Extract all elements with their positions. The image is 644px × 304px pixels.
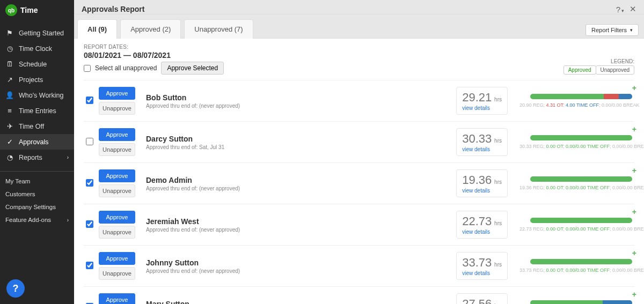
report-header: REPORT DATES: 08/01/2021 — 08/07/2021 Se… [84,44,634,80]
breakdown: 20.90 REG; 4.31 OT; 4.00 TIME OFF; 0.00/… [519,102,632,108]
select-all-label: Select all unapproved [95,64,157,72]
person-name: Jeremiah West [146,217,451,226]
help-fab[interactable]: ? [6,279,25,298]
nav-label: Getting Started [19,29,64,37]
sidebar: qb Time ⚑Getting Started◷Time Clock🗓Sche… [0,0,74,304]
subnav-label: Customers [5,191,35,197]
nav-item-time-clock[interactable]: ◷Time Clock [0,41,74,56]
hours-value: 22.73 [462,214,492,228]
bar-segment [603,300,632,304]
help-icon[interactable]: ? [616,5,624,14]
expand-icon[interactable]: + [632,207,636,216]
tab-unapproved[interactable]: Unapproved (7) [184,19,253,39]
subnav-label: My Team [5,178,30,184]
approval-row: Approve Unapprove Demo Admin Approved th… [84,163,634,204]
nav-item-getting-started[interactable]: ⚑Getting Started [0,25,74,41]
row-checkbox[interactable] [86,138,93,145]
approve-button[interactable]: Approve [99,169,135,182]
hours-value: 33.73 [462,256,492,270]
legend: LEGEND: ApprovedUnapproved [564,58,634,75]
subnav-item-feature-add-ons[interactable]: Feature Add-ons› [0,213,74,226]
close-icon[interactable]: ✕ [630,4,636,14]
subnav-label: Company Settings [5,204,56,210]
nav-item-projects[interactable]: ↗Projects [0,72,74,87]
nav-item-time-entries[interactable]: ≡Time Entries [0,103,74,118]
person-sub: Approved thru end of: (never approved) [146,227,451,233]
nav-icon: ✓ [5,138,14,146]
hours-unit: hrs [493,220,502,226]
row-checkbox[interactable] [86,97,93,104]
approve-button[interactable]: Approve [99,87,135,100]
tab-all[interactable]: All (9) [77,19,117,39]
expand-icon[interactable]: + [632,125,636,134]
expand-icon[interactable]: + [632,249,636,257]
row-checkbox[interactable] [86,179,93,187]
select-all-checkbox[interactable] [84,65,91,72]
view-details-link[interactable]: view details [462,188,502,194]
bar-segment [604,94,619,99]
subnav-item-company-settings[interactable]: Company Settings [0,201,74,213]
bar-segment [530,259,632,264]
view-details-link[interactable]: view details [462,146,502,152]
row-checkbox[interactable] [86,262,93,269]
expand-icon[interactable]: + [632,290,636,299]
expand-icon[interactable]: + [632,166,636,175]
expand-icon[interactable]: + [632,84,636,92]
bar-segment [530,176,632,182]
hours-box: 29.21 hrs view details [456,87,508,115]
nav-label: Time Entries [19,107,56,115]
approve-button[interactable]: Approve [99,252,135,265]
unapprove-button[interactable]: Unapprove [99,226,135,239]
nav-icon: ◔ [5,153,14,161]
nav-icon: ✈ [5,122,14,130]
person-sub: Approved thru end of: Sat, Jul 31 [146,144,451,150]
approve-button[interactable]: Approve [99,128,135,141]
nav-label: Reports [19,154,42,161]
nav-icon: ⚑ [5,29,14,37]
hours-box: 22.73 hrs view details [456,211,508,239]
approval-row: Approve Unapprove Bob Sutton Approved th… [84,80,634,122]
nav-label: Time Clock [19,45,52,53]
nav-label: Who's Working [19,92,63,99]
report-filters-button[interactable]: Report Filters [586,24,639,36]
unapprove-button[interactable]: Unapprove [99,102,135,115]
nav-item-reports[interactable]: ◔Reports› [0,150,74,165]
nav-item-schedule[interactable]: 🗓Schedule [0,56,74,72]
bar-segment [530,94,604,99]
nav-label: Time Off [19,123,44,130]
report-dates-label: REPORT DATES: [84,44,224,50]
legend-label: LEGEND: [564,58,634,64]
hours-bar [530,218,632,223]
unapprove-button[interactable]: Unapprove [99,267,135,280]
bar-segment [619,94,632,99]
page-title: Approvals Report [82,5,144,13]
tab-approved[interactable]: Approved (2) [120,19,181,39]
nav-item-time-off[interactable]: ✈Time Off [0,118,74,134]
nav-icon: ≡ [5,107,14,115]
approve-button[interactable]: Approve [99,211,135,224]
chevron-right-icon: › [67,154,69,160]
view-details-link[interactable]: view details [462,229,502,235]
subnav-item-my-team[interactable]: My Team [0,175,74,188]
row-checkbox[interactable] [86,220,93,228]
person-name: Bob Sutton [146,93,451,102]
bar-segment [530,218,632,223]
legend-unapproved: Unapproved [596,65,634,75]
view-details-link[interactable]: view details [462,270,502,276]
view-details-link[interactable]: view details [462,105,502,111]
hours-unit: hrs [493,97,502,102]
legend-approved: Approved [564,65,596,75]
breakdown: 30.33 REG; 0.00 OT; 0.00/0.00 TIME OFF; … [519,144,632,149]
approve-button[interactable]: Approve [99,293,135,304]
hours-box: 27.56 hrs view details [456,293,508,304]
content: REPORT DATES: 08/01/2021 — 08/07/2021 Se… [74,38,644,304]
nav-item-who-s-working[interactable]: 👤Who's Working [0,87,74,103]
person-sub: Approved thru end of: (never approved) [146,186,451,191]
approve-selected-button[interactable]: Approve Selected [161,62,224,75]
unapprove-button[interactable]: Unapprove [99,143,135,156]
report-dates: 08/01/2021 — 08/07/2021 [84,51,224,60]
nav-item-approvals[interactable]: ✓Approvals [0,134,74,150]
subnav-item-customers[interactable]: Customers [0,188,74,201]
person-name: Darcy Sutton [146,135,451,143]
unapprove-button[interactable]: Unapprove [99,184,135,197]
